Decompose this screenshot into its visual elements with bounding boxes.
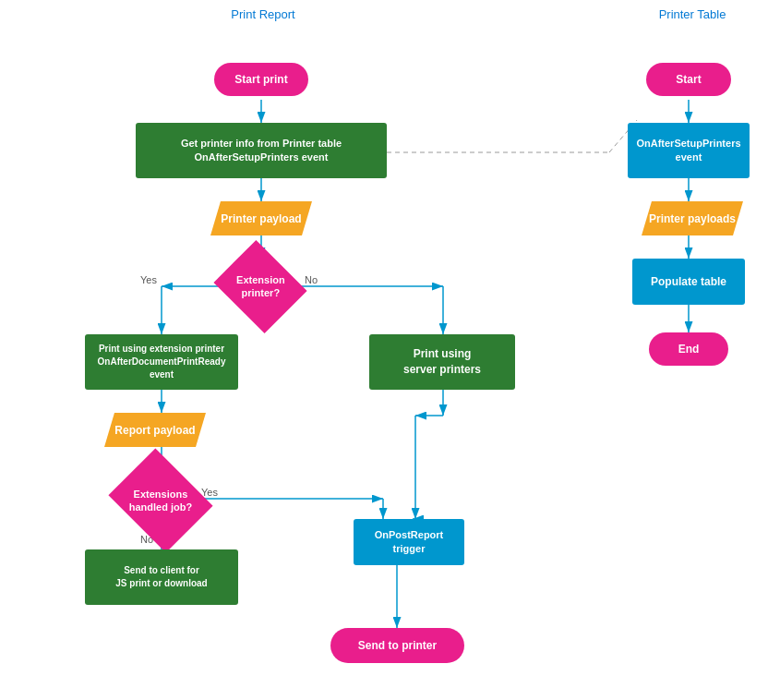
printer-payload-shape: Printer payload bbox=[210, 201, 312, 235]
no-label-right: No bbox=[305, 274, 318, 285]
report-payload-shape: Report payload bbox=[104, 413, 206, 447]
rt-printer-payloads-shape: Printer payloads bbox=[642, 201, 743, 235]
send-client-shape: Send to client forJS print or download bbox=[85, 549, 238, 605]
extension-printer-shape: Extensionprinter? bbox=[213, 240, 306, 333]
rt-start-shape: Start bbox=[646, 63, 731, 96]
print-server-shape: Print usingserver printers bbox=[369, 334, 515, 390]
diagram-container: Yes No Yes No Print Report Printer Table… bbox=[0, 0, 768, 700]
rt-onafter-shape: OnAfterSetupPrintersevent bbox=[628, 123, 750, 178]
print-server-label: Print usingserver printers bbox=[403, 346, 481, 378]
extensions-handled-label: Extensionshandled job? bbox=[129, 488, 192, 514]
onpost-report-label: OnPostReporttrigger bbox=[375, 528, 444, 557]
get-printer-info-shape: Get printer info from Printer tableOnAft… bbox=[136, 123, 387, 178]
start-print-shape: Start print bbox=[214, 63, 308, 96]
send-printer-shape: Send to printer bbox=[330, 628, 464, 663]
onpost-report-shape: OnPostReporttrigger bbox=[354, 519, 464, 565]
get-printer-info-label: Get printer info from Printer tableOnAft… bbox=[181, 137, 342, 165]
col-header-right: Printer Table bbox=[628, 7, 757, 21]
rt-populate-shape: Populate table bbox=[632, 259, 745, 305]
send-client-label: Send to client forJS print or download bbox=[115, 564, 207, 590]
extensions-handled-shape: Extensionshandled job? bbox=[108, 448, 212, 552]
print-extension-shape: Print using extension printerOnAfterDocu… bbox=[85, 334, 238, 390]
rt-end-shape: End bbox=[649, 332, 728, 366]
col-header-left: Print Report bbox=[157, 7, 369, 21]
print-extension-label: Print using extension printerOnAfterDocu… bbox=[98, 343, 226, 381]
extension-printer-label: Extensionprinter? bbox=[236, 273, 285, 300]
rt-onafter-label: OnAfterSetupPrintersevent bbox=[636, 137, 740, 165]
yes-label-left: Yes bbox=[140, 274, 157, 285]
